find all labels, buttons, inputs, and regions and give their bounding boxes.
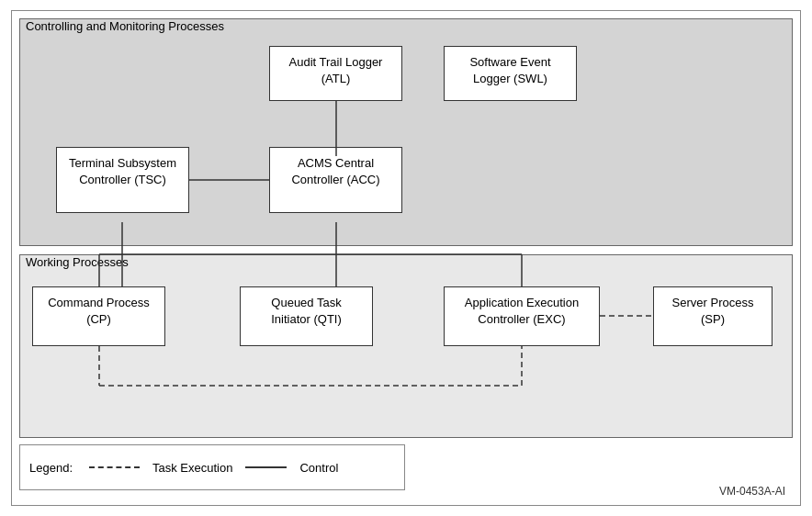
control-text: Control bbox=[299, 461, 338, 475]
control-line-icon bbox=[245, 466, 287, 468]
task-execution-line-icon bbox=[89, 466, 140, 468]
box-acc: ACMS Central Controller (ACC) bbox=[269, 147, 402, 213]
box-swl: Software Event Logger (SWL) bbox=[444, 46, 577, 101]
box-qti: Queued Task Initiator (QTI) bbox=[240, 286, 373, 346]
box-atl: Audit Trail Logger (ATL) bbox=[269, 46, 402, 101]
task-execution-text: Task Execution bbox=[152, 461, 232, 475]
box-cp: Command Process (CP) bbox=[32, 286, 165, 346]
working-label: Working Processes bbox=[20, 252, 134, 273]
working-section: Working Processes bbox=[19, 254, 793, 438]
box-exc: Application Execution Controller (EXC) bbox=[444, 286, 600, 346]
legend: Legend: Task Execution Control bbox=[19, 444, 405, 490]
controlling-label: Controlling and Monitoring Processes bbox=[20, 16, 230, 37]
box-sp: Server Process (SP) bbox=[653, 286, 773, 346]
diagram-id: VM-0453A-AI bbox=[719, 485, 785, 498]
diagram-wrapper: Controlling and Monitoring Processes Wor… bbox=[11, 10, 801, 506]
legend-label: Legend: bbox=[29, 461, 73, 475]
box-tsc: Terminal Subsystem Controller (TSC) bbox=[56, 147, 189, 213]
